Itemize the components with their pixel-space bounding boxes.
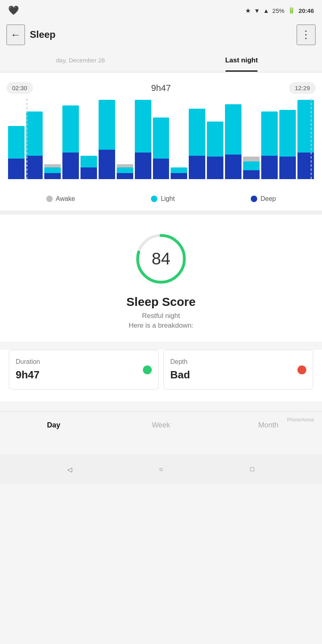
bar-awake (117, 164, 133, 167)
duration-card: Duration 9h47 (9, 350, 159, 390)
bar-light (279, 110, 296, 157)
back-nav-button[interactable]: ◁ (63, 463, 76, 476)
bar-group (153, 99, 169, 179)
bar-light (44, 167, 61, 173)
watermark: PhoneArena (287, 417, 314, 423)
bar-light (62, 105, 79, 153)
bar-group (8, 99, 25, 179)
bar-deep (80, 167, 97, 179)
tab-last-night[interactable]: Last night (161, 49, 322, 72)
bar-group (80, 99, 97, 179)
score-value: 84 (152, 249, 171, 268)
recents-nav-button[interactable]: □ (246, 463, 259, 476)
light-label: Light (161, 195, 175, 202)
light-dot (151, 196, 157, 202)
bottom-tabs: Day Week Month (0, 411, 322, 439)
bar-deep (62, 153, 79, 179)
deep-dot (251, 196, 257, 202)
bar-deep (279, 157, 296, 179)
battery-icon: 🔋 (288, 7, 295, 14)
bar-light (80, 156, 97, 167)
battery-percent: 25% (272, 7, 285, 14)
android-nav: ◁ ○ □ (0, 455, 322, 484)
legend-light: Light (151, 195, 175, 202)
bar-group (171, 99, 187, 179)
bar-light (225, 104, 242, 154)
status-left: 🖤 (8, 5, 19, 16)
bar-light (117, 167, 133, 173)
chart-right-line (311, 99, 312, 179)
status-bar: 🖤 ★ ▼ ▲ 25% 🔋 20:46 (0, 0, 322, 21)
bar-light (243, 161, 260, 170)
score-title: Sleep Score (126, 295, 196, 309)
tab-day[interactable]: Day (0, 421, 107, 429)
depth-dot (297, 365, 306, 374)
bar-awake (243, 157, 260, 161)
duration-value: 9h47 (16, 369, 152, 381)
sleep-chart (6, 99, 316, 179)
score-circle: 84 (133, 231, 189, 287)
chart-duration: 9h47 (151, 83, 171, 93)
score-subtitle: Restful night (142, 312, 180, 320)
chart-end-time: 12:29 (289, 82, 316, 94)
tab-date[interactable]: day, December 28 (0, 50, 161, 71)
bar-group (135, 99, 151, 179)
depth-card: Depth Bad (163, 350, 313, 390)
bar-deep (8, 159, 25, 179)
bar-deep (135, 153, 151, 179)
tab-week[interactable]: Week (107, 421, 215, 429)
bar-light (135, 100, 151, 153)
home-nav-button[interactable]: ○ (155, 463, 167, 476)
bar-group (189, 99, 205, 179)
bar-group (225, 99, 242, 179)
page-title: Sleep (30, 29, 56, 40)
duration-dot (143, 365, 152, 374)
breakdown-section: Duration 9h47 Depth Bad (0, 350, 322, 402)
bluetooth-icon: ★ (245, 7, 251, 14)
back-button[interactable]: ← (6, 25, 25, 45)
bar-light (153, 118, 169, 159)
deep-label: Deep (260, 195, 276, 202)
bar-group (261, 99, 278, 179)
legend-awake: Awake (46, 195, 75, 202)
bar-deep (243, 170, 260, 179)
bar-light (261, 111, 278, 156)
bar-deep (189, 156, 205, 179)
bar-deep (99, 150, 115, 179)
chart-section: 02:30 9h47 12:29 (0, 72, 322, 189)
clock: 20:46 (299, 7, 314, 14)
sleep-bars (6, 99, 316, 179)
bar-group (243, 99, 260, 179)
bar-group (26, 99, 43, 179)
bar-awake (44, 164, 61, 167)
tabs-bar: day, December 28 Last night (0, 48, 322, 72)
bar-deep (261, 156, 278, 179)
bar-group (207, 99, 223, 179)
bar-light (171, 167, 187, 173)
duration-label: Duration (16, 358, 152, 365)
bar-deep (171, 173, 187, 179)
score-section: 84 Sleep Score Restful night Here is a b… (0, 215, 322, 342)
bar-light (8, 126, 25, 158)
depth-label: Depth (170, 358, 306, 365)
bar-light (99, 100, 115, 150)
section-divider (0, 211, 322, 215)
bar-deep (44, 173, 61, 179)
sleep-legend: Awake Light Deep (0, 189, 322, 211)
chart-start-time: 02:30 (6, 82, 33, 94)
bar-deep (26, 156, 43, 179)
awake-dot (46, 196, 53, 202)
chart-left-line (27, 99, 27, 179)
bar-light (26, 111, 43, 156)
bar-group (99, 99, 115, 179)
bar-group (44, 99, 61, 179)
breakdown-cards: Duration 9h47 Depth Bad (6, 350, 316, 390)
signal-icon: ▲ (263, 7, 269, 14)
bar-deep (153, 159, 169, 179)
more-button[interactable]: ⋮ (297, 25, 316, 45)
wifi-icon: ▼ (254, 7, 260, 14)
bar-deep (207, 157, 223, 179)
legend-deep: Deep (251, 195, 276, 202)
awake-label: Awake (56, 195, 75, 202)
chart-header: 02:30 9h47 12:29 (6, 82, 316, 94)
